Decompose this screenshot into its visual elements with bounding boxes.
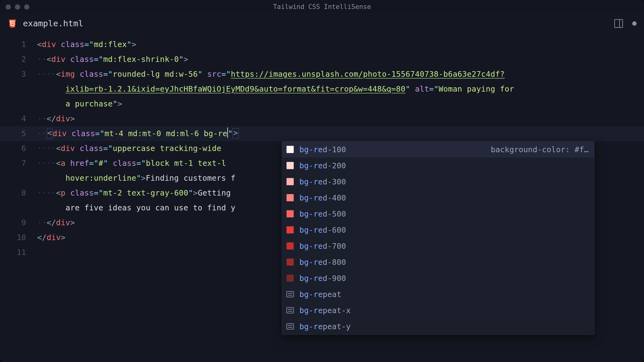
color-swatch-icon [286, 226, 294, 234]
autocomplete-item-label: bg-red-100 [299, 145, 346, 154]
enum-member-icon [286, 307, 294, 313]
zoom-window-icon[interactable] [24, 4, 29, 10]
autocomplete-item-label: bg-repeat [299, 290, 341, 299]
dirty-indicator-icon [632, 21, 637, 26]
color-swatch-icon [286, 178, 294, 185]
tabbar-right [614, 19, 637, 28]
tab-filename: example.html [23, 19, 83, 28]
code-line[interactable]: 2 ··<div class="md:flex-shrink-0"> [0, 52, 644, 67]
line-number: 10 [0, 230, 37, 245]
autocomplete-item-label: bg-red-600 [299, 226, 346, 235]
autocomplete-popup[interactable]: bg-red-100background-color: #f…bg-red-20… [282, 141, 594, 335]
line-number: 3 [0, 67, 37, 82]
autocomplete-item[interactable]: bg-red-500 [282, 206, 594, 222]
autocomplete-item-label: bg-red-200 [299, 161, 346, 170]
bracket-match-close: > [233, 128, 238, 139]
color-swatch-icon [286, 242, 294, 250]
autocomplete-item[interactable]: bg-repeat-x [282, 302, 594, 318]
line-number: 4 [0, 111, 37, 126]
traffic-lights[interactable] [6, 4, 29, 10]
line-number: 9 [0, 215, 37, 230]
autocomplete-item-label: bg-red-300 [299, 177, 346, 186]
color-swatch-icon [286, 194, 294, 201]
autocomplete-item[interactable]: bg-repeat-y [282, 318, 594, 334]
autocomplete-item[interactable]: bg-red-900 [282, 270, 594, 286]
color-swatch-icon [286, 162, 294, 169]
line-number: 8 [0, 186, 37, 200]
autocomplete-item[interactable]: bg-red-600 [282, 222, 594, 238]
autocomplete-item[interactable]: bg-red-200 [282, 157, 594, 174]
line-number: 11 [0, 245, 37, 260]
autocomplete-item-label: bg-red-800 [299, 258, 346, 267]
autocomplete-item-label: bg-red-700 [299, 242, 346, 251]
autocomplete-item-label: bg-red-400 [299, 193, 346, 202]
enum-member-icon [286, 291, 294, 297]
html5-icon [7, 19, 17, 28]
autocomplete-item[interactable]: bg-red-700 [282, 238, 594, 254]
line-number: 5 [0, 126, 37, 141]
code-line[interactable]: 1 <div class="md:flex"> [0, 37, 644, 52]
enum-member-icon [286, 323, 294, 330]
window-title: Tailwind CSS IntelliSense [273, 3, 371, 11]
autocomplete-item-label: bg-red-500 [299, 209, 346, 218]
line-number: 6 [0, 141, 37, 156]
autocomplete-item[interactable]: bg-red-800 [282, 254, 594, 270]
line-number: 1 [0, 37, 37, 52]
code-line[interactable]: 4 ··</div> [0, 111, 644, 126]
autocomplete-item-label: bg-repeat-y [299, 322, 351, 331]
code-line-wrap[interactable]: ixlib=rb-1.2.1&ixid=eyJhcHBfaWQiOjEyMDd9… [0, 82, 644, 97]
split-editor-icon[interactable] [614, 19, 623, 28]
bracket-match-open: < [47, 128, 53, 139]
close-window-icon[interactable] [6, 4, 11, 10]
autocomplete-item-detail: background-color: #f… [491, 145, 589, 154]
autocomplete-item[interactable]: bg-red-100background-color: #f… [282, 141, 594, 157]
editor-window: Tailwind CSS IntelliSense example.html 1… [0, 0, 644, 362]
titlebar: Tailwind CSS IntelliSense [0, 0, 644, 14]
tab-example-html[interactable]: example.html [7, 19, 83, 28]
color-swatch-icon [286, 146, 294, 153]
code-line[interactable]: 3 ····<img class="rounded-lg md:w-56" sr… [0, 67, 644, 82]
color-swatch-icon [286, 274, 294, 282]
color-swatch-icon [286, 258, 294, 266]
autocomplete-item[interactable]: bg-repeat [282, 286, 594, 302]
code-line-wrap[interactable]: a purchase"> [0, 97, 644, 111]
autocomplete-item-label: bg-repeat-x [299, 306, 351, 315]
color-swatch-icon [286, 210, 294, 218]
minimize-window-icon[interactable] [15, 4, 20, 10]
code-editor[interactable]: 1 <div class="md:flex"> 2 ··<div class="… [0, 33, 644, 260]
tab-bar: example.html [0, 14, 644, 33]
line-number: 7 [0, 156, 37, 171]
autocomplete-item[interactable]: bg-red-300 [282, 174, 594, 190]
autocomplete-item-label: bg-red-900 [299, 274, 346, 283]
line-number: 2 [0, 52, 37, 67]
code-line-current[interactable]: 5 ··<div class="mt-4 md:mt-0 md:ml-6 bg-… [0, 126, 644, 141]
autocomplete-item[interactable]: bg-red-400 [282, 190, 594, 206]
